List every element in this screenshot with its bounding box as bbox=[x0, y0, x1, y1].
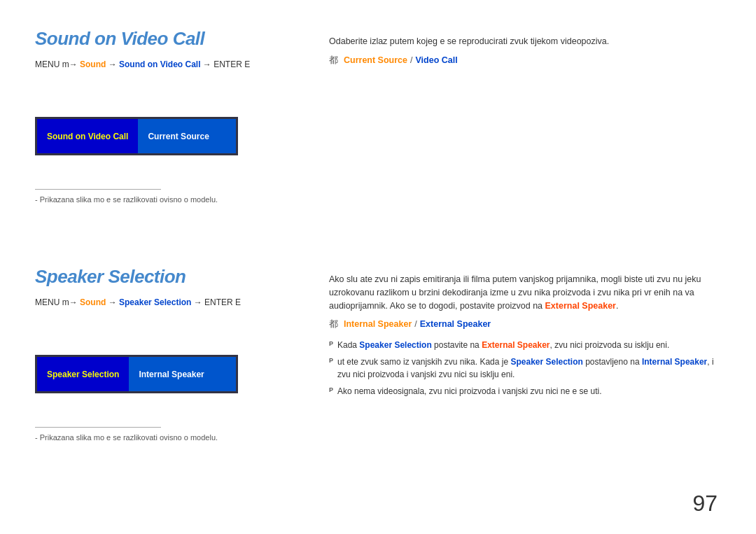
bullet3-text: Ako nema videosignala, zvu nici proizvod… bbox=[337, 386, 602, 396]
bullet1-end: , zvu nici proizvoda su isklju eni. bbox=[550, 340, 670, 350]
section1-tv-value: Current Source bbox=[138, 119, 236, 153]
bullet2-pre: ut ete zvuk samo iz vanjskih zvu nika. K… bbox=[337, 357, 510, 367]
section1-tv-screen: Sound on Video Call Current Source bbox=[35, 117, 238, 155]
section2-breadcrumb: 都 Internal Speaker / External Speaker bbox=[329, 318, 721, 330]
section2-bullet3: Ako nema videosignala, zvu nici proizvod… bbox=[329, 385, 721, 398]
bullet2-h1: Speaker Selection bbox=[510, 357, 582, 367]
menu2-sound: Sound bbox=[80, 297, 106, 307]
section1-crumb2: Video Call bbox=[415, 55, 457, 65]
menu2-arrow1: → bbox=[108, 297, 119, 307]
section2-crumb2: External Speaker bbox=[420, 319, 491, 329]
section1-desc: Odaberite izlaz putem kojeg e se reprodu… bbox=[329, 35, 721, 48]
right-column-top: Odaberite izlaz putem kojeg e se reprodu… bbox=[329, 28, 721, 259]
bullet1-h2: External Speaker bbox=[482, 340, 550, 350]
section2-note: Prikazana slika mo e se razlikovati ovis… bbox=[35, 433, 301, 442]
right-column-bottom: Ako slu ate zvu ni zapis emitiranja ili … bbox=[329, 266, 721, 513]
section2-desc-end: . bbox=[616, 301, 618, 311]
bullet1-pre: Kada bbox=[337, 340, 359, 350]
section1-divider bbox=[35, 189, 161, 190]
page-number: 97 bbox=[692, 491, 718, 517]
menu2-arrow2: → ENTER E bbox=[194, 297, 241, 307]
section2-bullet1: Kada Speaker Selection postavite na Exte… bbox=[329, 339, 721, 351]
bullet2-mid: postavljeno na bbox=[583, 357, 642, 367]
section2-tv-value: Internal Speaker bbox=[129, 357, 236, 391]
section1-menu-path: MENU m→ Sound → Sound on Video Call → EN… bbox=[35, 59, 301, 69]
menu2-m: m→ bbox=[62, 297, 78, 307]
section2-divider bbox=[35, 427, 161, 428]
menu2-prefix: MENU bbox=[35, 297, 62, 307]
section2-tv-screen: Speaker Selection Internal Speaker bbox=[35, 355, 238, 393]
section2-tv-label: Speaker Selection bbox=[37, 357, 129, 391]
menu-prefix: MENU bbox=[35, 59, 62, 69]
section2-breadcrumb-icon: 都 bbox=[329, 318, 338, 330]
section1-breadcrumb: 都 Current Source / Video Call bbox=[329, 54, 721, 66]
section2-desc-highlight: External Speaker bbox=[545, 301, 616, 311]
menu-m: m→ bbox=[62, 59, 78, 69]
section2-menu-path: MENU m→ Sound → Speaker Selection → ENTE… bbox=[35, 297, 301, 307]
section2-bullet2: ut ete zvuk samo iz vanjskih zvu nika. K… bbox=[329, 356, 721, 381]
section2-left: Speaker Selection MENU m→ Sound → Speake… bbox=[35, 266, 301, 446]
bullet1-mid: postavite na bbox=[432, 340, 482, 350]
section1-note: Prikazana slika mo e se razlikovati ovis… bbox=[35, 195, 301, 204]
section2-desc: Ako slu ate zvu ni zapis emitiranja ili … bbox=[329, 273, 721, 312]
section2-desc-text: Ako slu ate zvu ni zapis emitiranja ili … bbox=[329, 274, 701, 311]
section1-crumb1: Current Source bbox=[344, 55, 407, 65]
menu-item: Sound on Video Call bbox=[119, 59, 200, 69]
page: Sound on Video Call MENU m→ Sound → Soun… bbox=[0, 0, 756, 534]
section1-tv-label: Sound on Video Call bbox=[37, 119, 138, 153]
left-column-bottom: Speaker Selection MENU m→ Sound → Speake… bbox=[35, 266, 301, 513]
menu2-item: Speaker Selection bbox=[119, 297, 191, 307]
section2-title: Speaker Selection bbox=[35, 266, 301, 288]
bullet1-h1: Speaker Selection bbox=[359, 340, 431, 350]
bullet2-h2: Internal Speaker bbox=[642, 357, 707, 367]
section1-title: Sound on Video Call bbox=[35, 28, 301, 50]
section1-breadcrumb-icon: 都 bbox=[329, 54, 338, 66]
section2-crumb1: Internal Speaker bbox=[344, 319, 412, 329]
section1-crumb-sep: / bbox=[410, 55, 412, 65]
section1-left: Sound on Video Call MENU m→ Sound → Soun… bbox=[35, 28, 301, 208]
menu-arrow1: → bbox=[108, 59, 119, 69]
section2-crumb-sep: / bbox=[414, 319, 416, 329]
menu-sound: Sound bbox=[80, 59, 106, 69]
menu-arrow2: → ENTER E bbox=[203, 59, 250, 69]
left-column-top: Sound on Video Call MENU m→ Sound → Soun… bbox=[35, 28, 301, 259]
